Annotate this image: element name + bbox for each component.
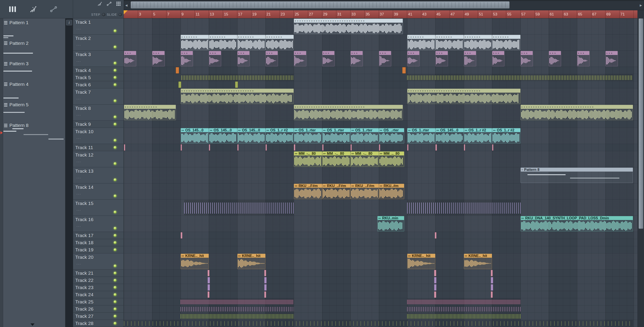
track-header-track-6[interactable]: Track 6: [73, 81, 124, 88]
audio-clip[interactable]: ▸▸KRNE.._hit: [237, 254, 266, 269]
automation-clips-icon[interactable]: [50, 6, 57, 13]
track-enable-led[interactable]: [114, 46, 116, 49]
slide-link-icon[interactable]: [107, 1, 112, 6]
pattern-clip-notes[interactable]: [407, 306, 520, 312]
audio-clip[interactable]: ▸▸KRNE.._hit: [180, 254, 209, 269]
audio-clip[interactable]: ▸▸▸: [436, 51, 448, 66]
audio-clip[interactable]: ▸▸MM_-.._80: [322, 151, 350, 167]
pattern-clip-notes[interactable]: [407, 313, 520, 319]
horizontal-scrollbar[interactable]: ◂ ▸: [124, 0, 644, 10]
audio-clip[interactable]: ▸▸OS_1..r #2: [492, 128, 520, 144]
track-header-track-17[interactable]: Track 17: [73, 232, 124, 239]
playhead-marker[interactable]: [124, 10, 128, 14]
track-header-track-27[interactable]: Track 27: [73, 313, 124, 320]
audio-clip[interactable]: ▸▸▸: [294, 51, 306, 66]
mini-clip[interactable]: [208, 284, 210, 291]
track-enable-led[interactable]: [114, 146, 116, 149]
track-enable-led[interactable]: [114, 194, 116, 197]
audio-clip[interactable]: ▸▸OS_1..r #2: [464, 128, 492, 144]
horizontal-scrollbar-handle[interactable]: [131, 1, 510, 9]
pattern-item[interactable]: Pattern 3: [4, 61, 28, 67]
mini-clip[interactable]: [491, 291, 493, 298]
audio-clip[interactable]: ▸▸OS_1..rter: [407, 128, 436, 144]
track-header-track-23[interactable]: Track 23: [73, 284, 124, 291]
audio-clip[interactable]: ▸▸▸: [209, 51, 221, 66]
audio-clip[interactable]: ▸▸▸: [152, 51, 164, 66]
scroll-left-icon[interactable]: ◂: [125, 3, 128, 8]
mini-clip[interactable]: [208, 270, 210, 276]
audio-clip[interactable]: ▸▸OS_1..rter: [350, 128, 379, 144]
track-enable-led[interactable]: [114, 29, 116, 32]
track-header-track-16[interactable]: Track 16...: [73, 216, 124, 232]
scroll-right-icon[interactable]: ▸: [640, 3, 642, 8]
track-header-track-11[interactable]: Track 11: [73, 144, 124, 151]
mini-clip[interactable]: [322, 144, 324, 151]
audio-clip[interactable]: ▸▸▸: [124, 51, 136, 66]
audio-clip[interactable]: ▸▸MM_-.._80: [294, 151, 322, 167]
audio-clip[interactable]: ▸▸▸▸▸▸▸: [464, 35, 492, 50]
mini-clip[interactable]: [264, 277, 267, 283]
audio-clip[interactable]: ▸▸▸: [520, 51, 533, 66]
mini-clip[interactable]: [124, 144, 125, 151]
audio-clip[interactable]: ▸▸▸: [577, 51, 589, 66]
audio-clip[interactable]: ▸▸MM_-.._80: [350, 151, 379, 167]
audio-clip[interactable]: ▸▸OS_145...0: [209, 128, 237, 144]
track-enable-led[interactable]: [114, 76, 116, 79]
pattern-clip-notes[interactable]: [407, 200, 520, 215]
pattern-clip-notes[interactable]: [180, 306, 294, 312]
track-header-track-3[interactable]: Track 3...: [73, 51, 124, 67]
pattern-info-button[interactable]: i: [66, 20, 72, 25]
audio-clip[interactable]: ▸▸▸: [464, 51, 476, 66]
scroll-down-icon[interactable]: [30, 323, 34, 326]
mini-clip[interactable]: [208, 291, 210, 298]
track-header-track-2[interactable]: Track 2...: [73, 35, 124, 51]
track-header-track-15[interactable]: Track 15...: [73, 200, 124, 216]
audio-clip[interactable]: ▸▸▸▸▸▸▸▸▸▸▸▸▸▸▸▸▸▸▸▸▸▸▸▸▸▸▸▸▸▸: [294, 105, 403, 120]
track-enable-led[interactable]: [114, 162, 116, 165]
pattern-item[interactable]: Pattern 8: [4, 122, 28, 128]
track-enable-led[interactable]: [114, 83, 116, 86]
audio-clip[interactable]: ▸▸▸▸▸▸▸▸▸▸▸▸▸▸▸▸▸▸▸▸▸▸▸▸▸▸▸▸▸▸▸: [520, 105, 633, 120]
audio-clip[interactable]: ▸▸OS_1..rter: [322, 128, 350, 144]
track-enable-led[interactable]: [114, 234, 116, 237]
pattern-clips-icon[interactable]: [8, 6, 16, 13]
audio-clip[interactable]: ▸▸OS_1..rter: [294, 128, 322, 144]
mini-clip[interactable]: [464, 144, 465, 151]
track-header-track-26[interactable]: Track 26: [73, 305, 124, 313]
track-header-track-8[interactable]: Track 8...: [73, 105, 124, 121]
mini-clip[interactable]: [435, 232, 436, 239]
track-header-track-22[interactable]: Track 22: [73, 277, 124, 284]
slide-toggle[interactable]: [118, 13, 122, 16]
audio-clip[interactable]: ▸▸▸▸▸▸▸: [407, 35, 436, 50]
audio-clip[interactable]: ▸▸RKU_DNA_140_SYNTH_LOOP_PAD_LOSS_Dmin: [520, 216, 633, 231]
audio-clip[interactable]: ▸▸OS_1..r #2: [266, 128, 294, 144]
audio-clip[interactable]: ▸▸▸▸▸▸▸▸▸▸▸▸▸▸: [124, 105, 176, 120]
track-header-track-19[interactable]: Track 19: [73, 246, 124, 253]
mini-clip[interactable]: [491, 270, 493, 276]
audio-clip[interactable]: ▸▸▸: [407, 51, 420, 66]
track-enable-led[interactable]: [114, 322, 116, 325]
pattern-item[interactable]: Pattern 1: [4, 20, 28, 26]
track-enable-led[interactable]: [114, 178, 116, 181]
pattern-item[interactable]: Pattern 2: [4, 40, 28, 46]
track-enable-led[interactable]: [114, 227, 116, 230]
mini-clip[interactable]: [294, 144, 295, 151]
audio-clip[interactable]: ▸▸OS_..rter: [379, 128, 404, 144]
vertical-scrollbar-handle[interactable]: [638, 19, 643, 229]
audio-clip[interactable]: ▸▸▸: [606, 51, 618, 66]
mini-clip[interactable]: [176, 67, 179, 74]
track-header-track-21[interactable]: Track 21: [73, 270, 124, 277]
mini-clip[interactable]: [180, 232, 182, 239]
track-enable-led[interactable]: [114, 123, 116, 126]
audio-clip[interactable]: ▸▸KRNE.._hit: [464, 254, 492, 269]
track-enable-led[interactable]: [114, 116, 116, 118]
mini-clip[interactable]: [436, 144, 437, 151]
pattern-clip-notes[interactable]: [181, 74, 294, 81]
audio-clip[interactable]: ▸▸RKU..#m: [379, 184, 404, 199]
track-header-track-28[interactable]: Track 28: [73, 320, 124, 327]
track-enable-led[interactable]: [114, 272, 116, 274]
audio-clip[interactable]: ▸▸▸▸▸▸▸: [209, 35, 237, 50]
audio-clip[interactable]: ▸▸▸▸▸▸▸: [180, 35, 209, 50]
audio-clip[interactable]: ▸▸▸: [180, 51, 193, 66]
mini-clip[interactable]: [379, 144, 380, 151]
